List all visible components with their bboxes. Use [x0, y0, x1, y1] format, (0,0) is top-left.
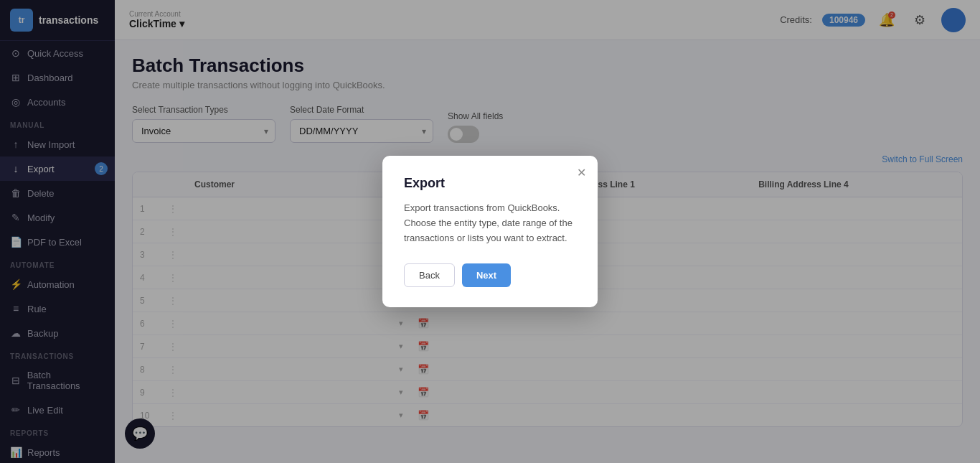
- modal-body: Export transactions from QuickBooks. Cho…: [404, 201, 576, 245]
- back-button[interactable]: Back: [404, 263, 455, 287]
- modal-title: Export: [404, 176, 576, 191]
- next-button[interactable]: Next: [462, 263, 511, 287]
- export-modal: ✕ Export Export transactions from QuickB…: [382, 156, 598, 307]
- modal-actions: Back Next: [404, 263, 576, 287]
- modal-close-button[interactable]: ✕: [577, 166, 586, 179]
- modal-overlay: ✕ Export Export transactions from QuickB…: [0, 0, 980, 463]
